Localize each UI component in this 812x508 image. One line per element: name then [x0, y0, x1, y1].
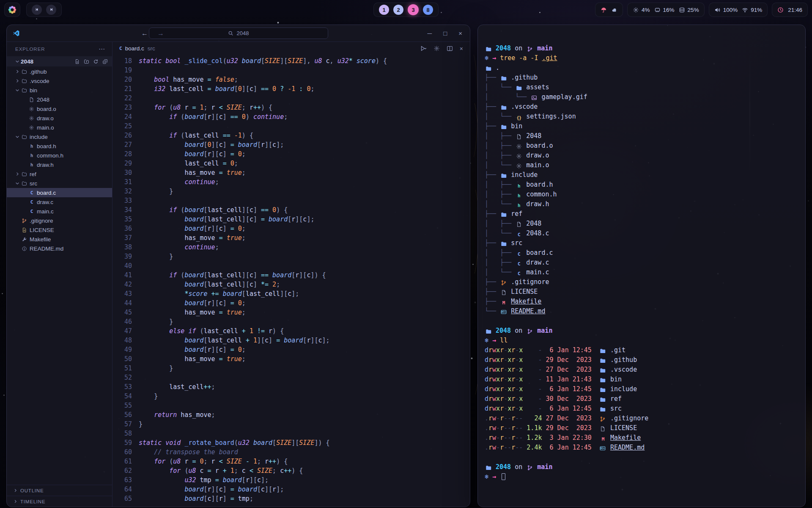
code-line-25[interactable]: 25: [112, 121, 470, 131]
code-line-38[interactable]: 38 continue;: [112, 243, 470, 252]
code-line-42[interactable]: 42 board[last_cell][c] *= 2;: [112, 280, 470, 289]
code-line-36[interactable]: 36 board[r][c] = 0;: [112, 224, 470, 233]
code-editor[interactable]: 18static bool _slide_col(u32 board[SIZE]…: [112, 55, 470, 507]
close-button[interactable]: ×: [458, 30, 462, 37]
explorer-item-draw.o[interactable]: draw.o: [7, 113, 112, 123]
code-line-45[interactable]: 45 has_move = true;: [112, 308, 470, 317]
command-center-search[interactable]: 2048: [149, 28, 328, 39]
code-line-51[interactable]: 51 }: [112, 364, 470, 373]
code-line-61[interactable]: 61 for (u8 r = 0; r < SIZE - 1; r++) {: [112, 457, 470, 466]
media-prev-button[interactable]: [32, 5, 42, 15]
code-line-41[interactable]: 41 if (board[last_cell][c] == board[r][c…: [112, 271, 470, 280]
code-line-19[interactable]: 19: [112, 66, 470, 75]
explorer-item-include[interactable]: include: [7, 132, 112, 141]
code-line-33[interactable]: 33: [112, 196, 470, 205]
explorer-item-board.h[interactable]: hboard.h: [7, 141, 112, 151]
code-line-54[interactable]: 54 }: [112, 392, 470, 401]
code-line-56[interactable]: 56 return has_move;: [112, 410, 470, 420]
explorer-item-src[interactable]: src: [7, 179, 112, 188]
explorer-item-ref[interactable]: ref: [7, 169, 112, 179]
explorer-item-main.o[interactable]: main.o: [7, 123, 112, 132]
explorer-more-icon[interactable]: ⋯: [99, 45, 105, 53]
code-line-35[interactable]: 35 board[last_cell][c] = board[r][c];: [112, 215, 470, 224]
workspace-8[interactable]: 8: [423, 5, 433, 15]
code-line-31[interactable]: 31 continue;: [112, 177, 470, 187]
code-line-43[interactable]: 43 *score += board[last_cell][c];: [112, 289, 470, 298]
explorer-item-bin[interactable]: bin: [7, 86, 112, 95]
code-line-26[interactable]: 26 if (last_cell == -1) {: [112, 131, 470, 140]
explorer-item-README.md[interactable]: README.md: [7, 244, 112, 253]
explorer-item-2048[interactable]: 2048: [7, 95, 112, 104]
collapse-folders-button[interactable]: [102, 59, 108, 64]
code-line-62[interactable]: 62 for (u8 c = r + 1; c < SIZE; c++) {: [112, 466, 470, 475]
code-line-57[interactable]: 57}: [112, 420, 470, 429]
explorer-item-.gitignore[interactable]: .gitignore: [7, 216, 112, 225]
code-line-52[interactable]: 52: [112, 373, 470, 382]
code-line-49[interactable]: 49 board[r][c] = 0;: [112, 345, 470, 354]
vscode-titlebar[interactable]: ← → 2048 ─ □ ×: [7, 25, 470, 42]
line-number: 61: [112, 457, 132, 466]
code-line-53[interactable]: 53 last_cell++;: [112, 382, 470, 392]
code-line-44[interactable]: 44 board[r][c] = 0;: [112, 298, 470, 308]
explorer-item-draw.c[interactable]: Cdraw.c: [7, 197, 112, 207]
launcher-button[interactable]: [4, 3, 20, 17]
run-code-button[interactable]: [420, 45, 427, 52]
maximize-button[interactable]: □: [443, 30, 447, 37]
outline-panel-header[interactable]: OUTLINE: [7, 485, 112, 496]
timeline-panel-header[interactable]: TIMELINE: [7, 496, 112, 507]
code-line-32[interactable]: 32 }: [112, 187, 470, 196]
refresh-explorer-button[interactable]: [93, 59, 99, 64]
code-line-20[interactable]: 20 bool has_move = false;: [112, 75, 470, 84]
workspace-3-active[interactable]: 3: [408, 4, 419, 15]
editor-settings-icon[interactable]: [433, 45, 440, 52]
minimize-button[interactable]: ─: [428, 30, 432, 37]
code-line-63[interactable]: 63 u32 tmp = board[r][c];: [112, 475, 470, 485]
workspace-2[interactable]: 2: [393, 5, 403, 15]
code-line-39[interactable]: 39 }: [112, 252, 470, 261]
code-line-29[interactable]: 29 last_cell = 0;: [112, 159, 470, 168]
code-line-59[interactable]: 59static void _rotate_board(u32 board[SI…: [112, 438, 470, 447]
code-line-18[interactable]: 18static bool _slide_col(u32 board[SIZE]…: [112, 56, 470, 66]
nav-back-button[interactable]: ←: [141, 30, 148, 37]
explorer-item-.vscode[interactable]: .vscode: [7, 76, 112, 86]
code-line-50[interactable]: 50 has_move = true;: [112, 354, 470, 364]
code-line-23[interactable]: 23 for (u8 r = 1; r < SIZE; r++) {: [112, 103, 470, 112]
code-line-40[interactable]: 40: [112, 261, 470, 271]
new-file-button[interactable]: [74, 59, 80, 64]
explorer-item-board.c[interactable]: Cboard.c: [7, 188, 112, 197]
explorer-item-.github[interactable]: .github: [7, 67, 112, 76]
code-line-21[interactable]: 21 i32 last_cell = board[0][c] == 0 ? -1…: [112, 84, 470, 94]
explorer-root-folder[interactable]: 2048: [7, 56, 112, 66]
breadcrumb-path[interactable]: src: [148, 45, 155, 52]
explorer-item-LICENSE[interactable]: LICENSE: [7, 225, 112, 235]
code-line-60[interactable]: 60 // transpose the board: [112, 447, 470, 457]
explorer-item-common.h[interactable]: hcommon.h: [7, 151, 112, 160]
explorer-item-Makefile[interactable]: Makefile: [7, 235, 112, 244]
code-line-24[interactable]: 24 if (board[r][c] == 0) continue;: [112, 112, 470, 121]
new-folder-button[interactable]: [84, 59, 89, 64]
code-line-65[interactable]: 65 board[c][r] = tmp;: [112, 494, 470, 503]
split-editor-button[interactable]: [447, 45, 453, 52]
code-line-64[interactable]: 64 board[r][c] = board[c][r];: [112, 485, 470, 494]
code-line-47[interactable]: 47 else if (last_cell + 1 != r) {: [112, 326, 470, 336]
code-line-28[interactable]: 28 board[r][c] = 0;: [112, 149, 470, 159]
explorer-item-main.c[interactable]: Cmain.c: [7, 207, 112, 216]
code-line-48[interactable]: 48 board[last_cell + 1][c] = board[r][c]…: [112, 336, 470, 345]
explorer-item-draw.h[interactable]: hdraw.h: [7, 160, 112, 169]
workspace-1[interactable]: 1: [379, 5, 389, 15]
tree-output-line: │ └── main.o: [485, 160, 805, 170]
explorer-item-board.o[interactable]: board.o: [7, 104, 112, 113]
close-editor-button[interactable]: ×: [460, 45, 463, 52]
code-line-27[interactable]: 27 board[0][c] = board[r][c];: [112, 140, 470, 149]
code-line-58[interactable]: 58: [112, 429, 470, 438]
terminal-window[interactable]: 2048 on main❄ → tree -a -I .git .├── .gi…: [477, 25, 806, 507]
media-next-button[interactable]: [46, 5, 56, 15]
code-line-46[interactable]: 46 }: [112, 317, 470, 326]
code-line-55[interactable]: 55: [112, 401, 470, 410]
code-line-34[interactable]: 34 if (board[last_cell][c] == 0) {: [112, 205, 470, 215]
nav-forward-button[interactable]: →: [157, 30, 164, 37]
code-line-30[interactable]: 30 has_move = true;: [112, 168, 470, 177]
code-line-22[interactable]: 22: [112, 94, 470, 103]
code-line-37[interactable]: 37 has_move = true;: [112, 233, 470, 243]
breadcrumb-file[interactable]: board.c: [125, 45, 144, 52]
